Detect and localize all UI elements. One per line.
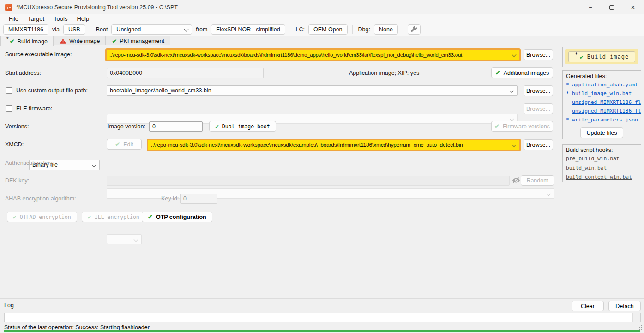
tab-pki-label: PKI management (120, 38, 164, 44)
status-text: Status of the last operation: Success: S… (4, 324, 150, 331)
generated-file-link[interactable]: *application_ahab.yaml (566, 81, 641, 89)
interface-button[interactable]: USB (63, 24, 85, 35)
log-title: Log (4, 302, 14, 309)
hook-link-build-context[interactable]: build_context_win.bat (566, 173, 641, 181)
log-detach-button[interactable]: Detach (608, 301, 641, 311)
app-icon (5, 4, 12, 11)
chevron-down-icon (184, 27, 189, 31)
check-icon: ✔ (13, 214, 17, 220)
modified-asterisk-icon: * (575, 51, 578, 58)
source-image-combo[interactable]: ..\repo-mcu-sdk-3.0\sdk-next\mcuxsdk-wor… (107, 50, 519, 60)
tab-write-image-label: Write image (69, 38, 100, 44)
dek-random-button: Random (521, 175, 554, 186)
source-image-label: Source executable image: (5, 49, 72, 60)
check-icon: ✔ (88, 214, 91, 220)
log-scrollbar[interactable] (632, 313, 640, 322)
xmcd-combo[interactable]: ..\repo-mcu-sdk-3.0\sdk-next\mcuxsdk-wor… (148, 140, 519, 150)
check-icon: ✔ (112, 38, 117, 44)
settings-wrench-button[interactable] (408, 24, 421, 35)
dek-key-label: DEK key: (5, 176, 29, 186)
custom-output-checkbox[interactable] (6, 87, 12, 94)
generated-file-link[interactable]: unsigned_MIMXRT1186_fla (566, 107, 641, 115)
chevron-down-icon (510, 117, 514, 121)
via-label: via (51, 26, 60, 33)
boot-type-select[interactable]: Unsigned (111, 24, 192, 35)
check-icon: ✔ (115, 141, 120, 147)
menu-bar: File Target Tools Help (0, 14, 644, 23)
build-image-button[interactable]: * ✔ Build image (568, 51, 636, 62)
ele-firmware-label: ELE firmware: (16, 103, 53, 114)
otfad-encryption-button: ✔ OTFAD encryption (7, 212, 77, 222)
tab-write-image[interactable]: Write image (54, 36, 106, 46)
life-cycle-button[interactable]: OEM Open (308, 24, 348, 35)
start-address-field[interactable]: 0x0400B000 (107, 68, 264, 78)
custom-output-label: Use custom output file path: (16, 85, 88, 96)
custom-output-combo[interactable]: bootable_images\hello_world_cm33.bin (107, 85, 518, 96)
chevron-down-icon (512, 143, 517, 147)
dek-key-field (107, 176, 510, 186)
window-title: *MCUXpresso Secure Provisioning Tool ver… (16, 4, 178, 11)
toolbar: MIMXRT1186 via USB Boot Unsigned from Fl… (0, 23, 644, 36)
menu-help[interactable]: Help (72, 15, 94, 22)
tab-build-image-label: Build image (18, 38, 48, 45)
debugger-button[interactable]: None (374, 24, 398, 35)
check-icon: ✔ (495, 70, 500, 76)
otp-configuration-button[interactable]: ✔ OTP configuration (142, 212, 212, 222)
resize-grip[interactable] (638, 325, 642, 330)
ele-firmware-browse-button: Browse... (524, 103, 553, 114)
title-bar: *MCUXpresso Secure Provisioning Tool ver… (0, 0, 644, 14)
maximize-button[interactable] (601, 0, 622, 14)
menu-target[interactable]: Target (23, 15, 49, 22)
toolbar-separator (352, 25, 353, 34)
boot-device-button[interactable]: FlexSPI NOR - simplified (211, 24, 285, 35)
build-image-group: * ✔ Build image (562, 47, 641, 67)
hook-link-pre-build[interactable]: pre_build_win.bat (566, 155, 641, 163)
image-version-label: Image version: (108, 121, 145, 132)
build-image-panel: Source executable image: ..\repo-mcu-sdk… (0, 45, 644, 298)
chevron-down-icon (512, 53, 517, 57)
additional-images-button[interactable]: ✔ Additional images (491, 67, 553, 78)
log-list[interactable] (4, 313, 641, 322)
xmcd-label: XMCD: (5, 139, 24, 150)
maximize-icon (609, 5, 614, 10)
progress-bar (4, 330, 640, 332)
xip-info-text: Application image; XIP: yes (349, 68, 419, 79)
image-version-input[interactable]: 0 (149, 121, 203, 132)
generated-file-link[interactable]: *build_image_win.bat (566, 90, 641, 98)
xmcd-browse-button[interactable]: Browse... (524, 139, 553, 150)
log-clear-button[interactable]: Clear (572, 301, 604, 311)
hook-link-build[interactable]: build_win.bat (566, 164, 641, 172)
processor-button[interactable]: MIMXRT1186 (3, 24, 48, 35)
ahab-algorithm-label: AHAB encryption algorithm: (5, 194, 76, 204)
generated-file-link[interactable]: *write_parameters.json (566, 116, 641, 124)
menu-tools[interactable]: Tools (49, 15, 72, 22)
tab-build-image[interactable]: * ✔ Build image (0, 36, 54, 46)
boot-label: Boot (95, 26, 109, 33)
tab-pki-management[interactable]: ✔ PKI management (106, 36, 170, 46)
check-icon: ✔ (580, 54, 584, 60)
source-image-browse-button[interactable]: Browse... (524, 49, 553, 60)
source-image-highlight: ..\repo-mcu-sdk-3.0\sdk-next\mcuxsdk-wor… (105, 48, 521, 61)
chevron-down-icon (92, 163, 96, 168)
dual-image-boot-button[interactable]: ✔ Dual image boot (209, 121, 276, 132)
generated-file-link[interactable]: unsigned_MIMXRT1186_fla (566, 98, 641, 107)
close-button[interactable]: ✕ (622, 0, 644, 14)
modified-asterisk-icon: * (6, 36, 9, 42)
menu-file[interactable]: File (4, 15, 23, 22)
xmcd-edit-button: ✔ Edit (107, 139, 142, 150)
chevron-down-icon (547, 192, 551, 196)
dbg-label: Dbg: (357, 26, 371, 33)
minimize-button[interactable]: − (580, 0, 601, 14)
versions-label: Versions: (5, 121, 29, 132)
custom-output-browse-button[interactable]: Browse... (524, 85, 553, 96)
chevron-down-icon (134, 237, 138, 242)
check-icon: ✔ (148, 214, 153, 220)
generated-files-title: Generated files: (566, 73, 641, 79)
chevron-down-icon (510, 89, 514, 93)
xmcd-highlight: ..\repo-mcu-sdk-3.0\sdk-next\mcuxsdk-wor… (147, 139, 521, 151)
update-files-button[interactable]: Update files (580, 127, 623, 138)
build-hooks-title: Build script hooks: (566, 147, 641, 153)
build-script-hooks-group: Build script hooks: pre_build_win.bat bu… (562, 144, 641, 182)
tab-bar: * ✔ Build image Write image ✔ PKI manage… (0, 36, 644, 46)
ele-firmware-checkbox[interactable] (6, 105, 12, 112)
